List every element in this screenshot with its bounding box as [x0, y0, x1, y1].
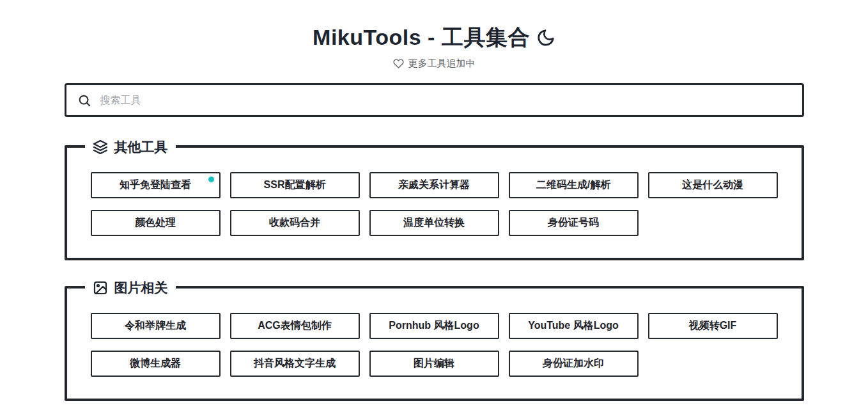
- moon-icon[interactable]: [536, 28, 555, 47]
- layers-icon: [93, 139, 108, 155]
- page: MikuTools - 工具集合 更多工具追加中: [0, 0, 868, 419]
- tool-button[interactable]: ACG表情包制作: [230, 313, 360, 339]
- tool-button[interactable]: 抖音风格文字生成: [230, 351, 360, 377]
- tool-button[interactable]: 亲戚关系计算器: [369, 172, 499, 198]
- subtitle: 更多工具追加中: [65, 58, 804, 70]
- tool-button[interactable]: 知乎免登陆查看: [91, 172, 221, 198]
- tool-grid: 令和举牌生成ACG表情包制作Pornhub 风格LogoYouTube 风格Lo…: [91, 313, 778, 377]
- bottom-spacer: [65, 401, 804, 416]
- tool-button[interactable]: Pornhub 风格Logo: [369, 313, 499, 339]
- tool-button[interactable]: 微博生成器: [91, 351, 221, 377]
- tool-button[interactable]: YouTube 风格Logo: [509, 313, 639, 339]
- section-title: 其他工具: [114, 138, 168, 156]
- page-title-text: MikuTools - 工具集合: [313, 23, 530, 52]
- tool-button[interactable]: 收款码合并: [230, 210, 360, 236]
- tool-button[interactable]: 颜色处理: [91, 210, 221, 236]
- search-input[interactable]: [99, 94, 802, 107]
- tool-button[interactable]: 视频转GIF: [648, 313, 778, 339]
- tool-button[interactable]: 图片编辑: [369, 351, 499, 377]
- section-legend: 图片相关: [85, 278, 176, 297]
- search-bar: [65, 83, 804, 117]
- section-image-tools: 图片相关 令和举牌生成ACG表情包制作Pornhub 风格LogoYouTube…: [65, 286, 804, 401]
- new-badge-dot: [208, 177, 214, 182]
- section-title: 图片相关: [114, 279, 168, 297]
- main-container: MikuTools - 工具集合 更多工具追加中: [65, 23, 804, 416]
- section-legend: 其他工具: [85, 138, 176, 157]
- tool-button[interactable]: 温度单位转换: [369, 210, 499, 236]
- section-other-tools: 其他工具 知乎免登陆查看SSR配置解析亲戚关系计算器二维码生成/解析这是什么动漫…: [65, 145, 804, 260]
- tool-button[interactable]: 身份证加水印: [509, 351, 639, 377]
- subtitle-text: 更多工具追加中: [408, 58, 476, 70]
- tool-button[interactable]: 这是什么动漫: [648, 172, 778, 198]
- search-icon: [77, 93, 91, 107]
- tool-button[interactable]: 二维码生成/解析: [509, 172, 639, 198]
- heart-icon: [393, 58, 404, 69]
- page-title: MikuTools - 工具集合: [65, 23, 804, 52]
- tool-button[interactable]: 令和举牌生成: [91, 313, 221, 339]
- image-icon: [93, 280, 108, 296]
- tool-button[interactable]: 身份证号码: [509, 210, 639, 236]
- tool-grid: 知乎免登陆查看SSR配置解析亲戚关系计算器二维码生成/解析这是什么动漫颜色处理收…: [91, 172, 778, 236]
- tool-button[interactable]: SSR配置解析: [230, 172, 360, 198]
